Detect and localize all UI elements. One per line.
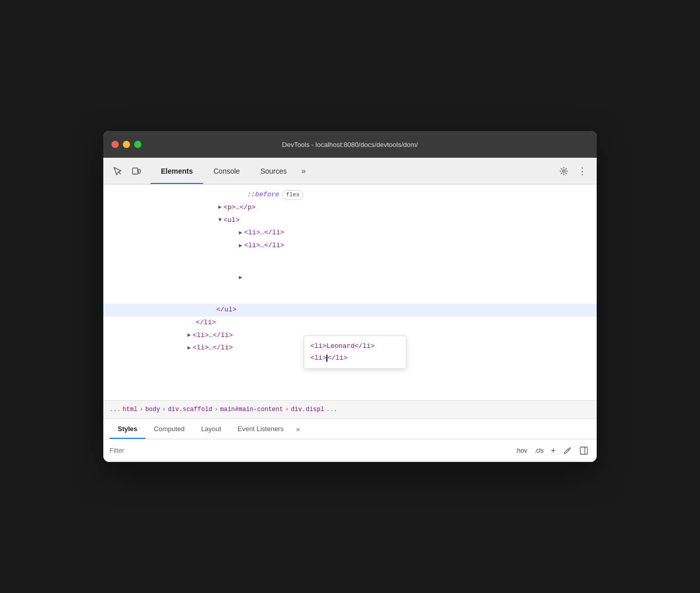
tab-sources[interactable]: Sources: [250, 158, 297, 184]
ul-close-tag: </ul>: [216, 305, 236, 316]
styles-panel: Styles Computed Layout Event Listeners »…: [103, 419, 597, 462]
tooltip-line-1: <li>Leonard</li>: [310, 340, 400, 352]
cls-button[interactable]: .cls: [532, 446, 546, 455]
expand-arrow-p[interactable]: ▶: [216, 203, 224, 212]
dom-line-before[interactable]: ::before flex: [103, 189, 597, 201]
sidebar-icon-button[interactable]: [577, 444, 591, 457]
dom-line-li-1[interactable]: ▶ <li>…</li>: [103, 227, 597, 239]
paint-icon-button[interactable]: [561, 444, 574, 457]
hov-button[interactable]: :hov: [513, 446, 529, 455]
styles-tab-computed[interactable]: Computed: [145, 419, 193, 439]
expand-arrow-li4[interactable]: ▶: [186, 331, 193, 340]
breadcrumb-body[interactable]: body: [145, 406, 160, 413]
styles-tab-styles[interactable]: Styles: [109, 419, 145, 439]
li-close-tag: </li>: [196, 318, 216, 328]
li5-tag: <li>…</li>: [193, 343, 233, 354]
svg-point-6: [569, 447, 571, 449]
more-options-button[interactable]: ⋮: [574, 163, 591, 179]
close-button[interactable]: [112, 141, 119, 148]
expand-arrow-li3[interactable]: ▶: [237, 273, 244, 283]
expand-arrow-li2[interactable]: ▶: [237, 242, 244, 251]
toolbar: Elements Console Sources » ⋮: [103, 158, 597, 184]
dom-tooltip: <li>Leonard</li> <li></li>: [304, 336, 407, 369]
filter-bar: :hov .cls +: [103, 439, 597, 462]
dom-line-li-3[interactable]: ▶ <li>Leonard</li> <li></li>: [103, 252, 597, 304]
window-title: DevTools - localhost:8080/docs/devtools/…: [282, 141, 418, 149]
tab-elements[interactable]: Elements: [151, 158, 203, 184]
more-styles-tabs-button[interactable]: »: [294, 423, 302, 435]
svg-rect-2: [138, 170, 140, 173]
breadcrumb-div-displ[interactable]: div.displ: [291, 406, 324, 413]
paint-icon: [563, 447, 572, 455]
title-bar: DevTools - localhost:8080/docs/devtools/…: [103, 131, 597, 158]
sidebar-icon: [580, 447, 588, 455]
expand-arrow-li1[interactable]: ▶: [237, 229, 244, 238]
filter-input[interactable]: [109, 447, 509, 454]
breadcrumb-html[interactable]: html: [123, 406, 138, 413]
inspect-icon: [113, 166, 122, 176]
breadcrumb-bar: ... html › body › div.scaffold › main#ma…: [103, 400, 597, 419]
add-style-rule-button[interactable]: +: [549, 445, 558, 456]
main-tabs: Elements Console Sources »: [151, 158, 554, 184]
svg-point-4: [563, 170, 565, 172]
tooltip-line-2: <li></li>: [310, 352, 400, 364]
toolbar-right-actions: ⋮: [556, 163, 591, 179]
inspect-element-button[interactable]: [109, 163, 126, 179]
traffic-lights: [112, 141, 141, 148]
filter-actions: :hov .cls +: [513, 444, 591, 457]
device-toolbar-button[interactable]: [128, 163, 144, 179]
pseudo-element-label: ::before: [247, 190, 279, 200]
li4-tag: <li>…</li>: [193, 330, 233, 341]
styles-tab-layout[interactable]: Layout: [193, 419, 229, 439]
devtools-window: DevTools - localhost:8080/docs/devtools/…: [103, 131, 597, 462]
minimize-button[interactable]: [123, 141, 130, 148]
p-tag: <p>…</p>: [224, 202, 255, 213]
breadcrumb-back[interactable]: ...: [109, 406, 121, 413]
more-tabs-button[interactable]: »: [297, 158, 310, 184]
maximize-button[interactable]: [134, 141, 141, 148]
settings-button[interactable]: [556, 163, 572, 179]
dom-line-li-close[interactable]: </li>: [103, 317, 597, 329]
tab-console[interactable]: Console: [203, 158, 250, 184]
breadcrumb-div-scaffold[interactable]: div.scaffold: [168, 406, 212, 413]
svg-rect-7: [580, 447, 587, 454]
dom-line-ul[interactable]: ▼ <ul>: [103, 214, 597, 227]
svg-line-5: [567, 449, 569, 451]
device-icon: [132, 166, 141, 176]
styles-tab-event-listeners[interactable]: Event Listeners: [229, 419, 292, 439]
ul-open-tag: <ul>: [224, 215, 240, 226]
li2-tag: <li>…</li>: [244, 240, 284, 251]
breadcrumb-more[interactable]: ...: [326, 406, 338, 413]
styles-tabs: Styles Computed Layout Event Listeners »: [103, 419, 597, 439]
dom-line-p[interactable]: ▶ <p>…</p>: [103, 201, 597, 214]
breadcrumb-main[interactable]: main#main-content: [220, 406, 283, 413]
dom-panel: ::before flex ▶ <p>…</p> ▼ <ul> ▶ <li>…<…: [103, 184, 597, 400]
collapse-arrow-ul[interactable]: ▼: [216, 216, 224, 225]
svg-point-3: [135, 173, 136, 174]
dom-line-li-2[interactable]: ▶ <li>…</li>: [103, 239, 597, 252]
dom-line-ul-close[interactable]: </ul>: [103, 304, 597, 317]
svg-line-0: [118, 172, 121, 174]
expand-arrow-li5[interactable]: ▶: [186, 344, 193, 353]
flex-badge: flex: [282, 190, 303, 200]
li1-tag: <li>…</li>: [244, 228, 284, 238]
gear-icon: [559, 166, 568, 176]
